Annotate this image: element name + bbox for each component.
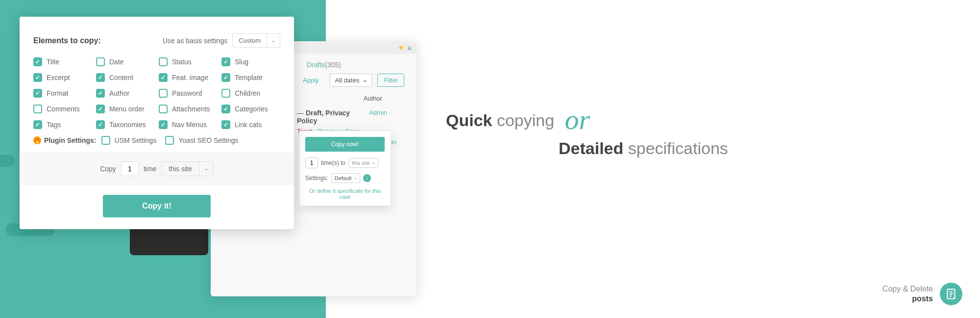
settings-select[interactable]: Default bbox=[331, 173, 360, 183]
checkbox-label: Author bbox=[109, 89, 129, 97]
drafts-count: (305) bbox=[325, 61, 341, 69]
document-icon bbox=[940, 283, 962, 305]
menu-icon[interactable]: ≡ bbox=[407, 44, 412, 52]
checkbox-label: Content bbox=[109, 74, 133, 81]
checkbox-label: Link cats bbox=[235, 121, 262, 129]
checkbox-icon bbox=[221, 120, 230, 129]
destination-site-select[interactable]: this site ⌄ bbox=[161, 161, 213, 176]
checkbox-content[interactable]: Content bbox=[96, 73, 155, 82]
star-icon[interactable]: ★ bbox=[398, 43, 404, 52]
post-row[interactable]: — Draft, Privacy Policy Admin bbox=[297, 109, 407, 125]
checkbox-icon bbox=[96, 57, 105, 66]
checkbox-label: Excerpt bbox=[47, 74, 70, 81]
checkbox-icon bbox=[96, 73, 105, 82]
checkbox-label: Nav Menus bbox=[172, 121, 207, 129]
checkbox-icon bbox=[221, 57, 230, 66]
checkbox-icon bbox=[221, 89, 230, 98]
site-select-mini[interactable]: this site bbox=[348, 158, 378, 168]
basis-label: Use as basis settings bbox=[163, 37, 227, 45]
author-column-header: Author bbox=[309, 95, 407, 102]
filter-button[interactable]: Filter bbox=[377, 74, 404, 87]
checkbox-taxonomies[interactable]: Taxonomies bbox=[96, 120, 155, 129]
brand-mark: Copy & Delete posts bbox=[882, 283, 962, 305]
checkbox-icon bbox=[221, 73, 230, 82]
checkbox-tags[interactable]: Tags bbox=[33, 120, 92, 129]
checkbox-link-cats[interactable]: Link cats bbox=[221, 120, 280, 129]
checkbox-label: Template bbox=[235, 74, 263, 81]
checkbox-children[interactable]: Children bbox=[221, 89, 280, 98]
checkbox-icon bbox=[159, 57, 168, 66]
info-icon[interactable]: i bbox=[363, 174, 371, 182]
checkbox-label: Format bbox=[47, 89, 68, 97]
settings-label: Settings: bbox=[305, 175, 328, 182]
checkbox-format[interactable]: Format bbox=[33, 89, 92, 98]
checkbox-template[interactable]: Template bbox=[221, 73, 280, 82]
checkbox-label: Slug bbox=[235, 58, 248, 66]
copy-now-button[interactable]: Copy now! bbox=[305, 137, 385, 152]
author-link[interactable]: Admin bbox=[369, 109, 387, 125]
basis-select[interactable]: Custom ⌄ bbox=[232, 33, 280, 48]
checkbox-comments[interactable]: Comments bbox=[33, 105, 92, 113]
checkbox-categories[interactable]: Categories bbox=[221, 105, 280, 113]
checkbox-label: Date bbox=[109, 58, 124, 66]
copy-count-bar: Copy time this site ⌄ bbox=[20, 153, 294, 185]
copy-it-button[interactable]: Copy it! bbox=[103, 195, 211, 217]
checkbox-status[interactable]: Status bbox=[159, 57, 218, 66]
checkbox-icon bbox=[159, 89, 168, 98]
checkbox-label: Title bbox=[47, 58, 59, 66]
checkbox-yoast-seo-settings[interactable]: Yoast SEO Settings bbox=[165, 136, 238, 145]
plugin-settings-label: 🔥 Plugin Settings: bbox=[33, 136, 97, 144]
checkbox-excerpt[interactable]: Excerpt bbox=[33, 73, 92, 82]
checkbox-label: Taxonomies bbox=[109, 121, 146, 129]
checkbox-label: Children bbox=[235, 89, 260, 97]
checkbox-label: Feat. image bbox=[172, 74, 208, 81]
flame-icon: 🔥 bbox=[33, 136, 41, 144]
apply-button[interactable]: Apply bbox=[297, 74, 325, 87]
checkbox-menu-order[interactable]: Menu order bbox=[96, 105, 155, 113]
marketing-headline: Quick copying or Detailed specifications bbox=[446, 103, 728, 158]
checkbox-icon bbox=[96, 89, 105, 98]
chevron-down-icon: ⌄ bbox=[267, 33, 280, 48]
checkbox-password[interactable]: Password bbox=[159, 89, 218, 98]
count-input[interactable] bbox=[121, 161, 139, 176]
decorative-pill bbox=[0, 155, 15, 167]
drafts-filter[interactable]: Drafts(305) bbox=[307, 61, 407, 69]
checkbox-usm-settings[interactable]: USM Settings bbox=[101, 136, 157, 145]
checkbox-slug[interactable]: Slug bbox=[221, 57, 280, 66]
checkbox-label: Comments bbox=[47, 105, 80, 113]
checkbox-icon bbox=[96, 120, 105, 129]
panel-heading: Elements to copy: bbox=[33, 36, 101, 45]
times-input[interactable] bbox=[305, 158, 318, 168]
checkbox-feat-image[interactable]: Feat. image bbox=[159, 73, 218, 82]
copy-popover: Copy now! time(s) to this site Settings:… bbox=[299, 131, 391, 206]
drafts-label: Drafts bbox=[307, 61, 325, 69]
checkbox-icon bbox=[33, 120, 42, 129]
times-label: time(s) to bbox=[321, 159, 345, 166]
checkbox-icon bbox=[221, 105, 230, 113]
checkbox-date[interactable]: Date bbox=[96, 57, 155, 66]
checkbox-label: Menu order bbox=[109, 105, 145, 113]
checkbox-label: Attachments bbox=[172, 105, 210, 113]
dates-select[interactable]: All dates bbox=[330, 74, 373, 87]
or-define-line: Or define it specifically for this case bbox=[305, 188, 385, 200]
checkbox-attachments[interactable]: Attachments bbox=[159, 105, 218, 113]
copy-settings-panel: Elements to copy: Use as basis settings … bbox=[20, 17, 294, 229]
checkbox-nav-menus[interactable]: Nav Menus bbox=[159, 120, 218, 129]
checkbox-icon bbox=[33, 105, 42, 113]
checkbox-icon bbox=[96, 105, 105, 113]
checkbox-icon bbox=[159, 120, 168, 129]
post-title: — Draft, Privacy Policy bbox=[297, 109, 369, 125]
chevron-down-icon: ⌄ bbox=[199, 161, 214, 176]
checkbox-title[interactable]: Title bbox=[33, 57, 92, 66]
checkbox-icon bbox=[33, 89, 42, 98]
checkbox-label: Tags bbox=[47, 121, 61, 129]
checkbox-icon bbox=[33, 73, 42, 82]
checkbox-label: Status bbox=[172, 58, 192, 66]
checkbox-label: Categories bbox=[235, 105, 268, 113]
checkbox-author[interactable]: Author bbox=[96, 89, 155, 98]
checkbox-icon bbox=[33, 57, 42, 66]
checkbox-icon bbox=[159, 73, 168, 82]
checkbox-label: Password bbox=[172, 89, 202, 97]
define-link[interactable]: define it specifically for this case bbox=[317, 188, 381, 200]
checkbox-icon bbox=[159, 105, 168, 113]
